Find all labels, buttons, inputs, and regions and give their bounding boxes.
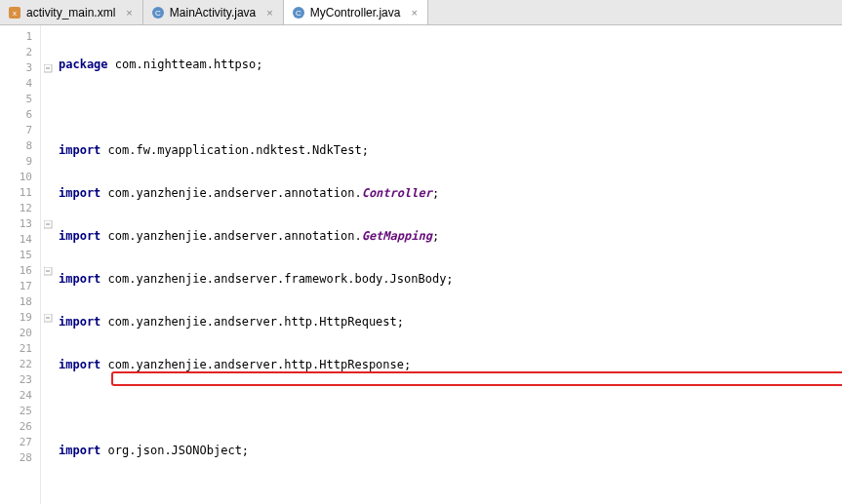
tab-label: activity_main.xml (26, 6, 115, 19)
line-number[interactable]: 24 (0, 388, 40, 404)
java-class-icon: C (292, 6, 305, 19)
gutter-markers (41, 25, 55, 504)
line-number[interactable]: 19 (0, 310, 40, 326)
line-number[interactable]: 6 (0, 107, 40, 123)
close-icon[interactable]: × (266, 7, 272, 19)
line-number[interactable]: 4 (0, 76, 40, 92)
close-icon[interactable]: × (126, 7, 132, 19)
line-number-gutter: 1 2 3 4 5 6 7 8 9 10 11 12 13 14 15 16 1… (0, 25, 41, 504)
tab-my-controller[interactable]: C MyController.java × (284, 0, 428, 24)
fold-icon[interactable] (41, 216, 55, 232)
xml-file-icon: x (8, 6, 21, 19)
code-line (55, 400, 842, 415)
fold-icon[interactable] (41, 263, 55, 279)
line-number[interactable]: 3 (0, 60, 40, 76)
svg-text:x: x (13, 9, 17, 18)
line-number[interactable]: 2 (0, 45, 40, 60)
line-number[interactable]: 5 (0, 92, 40, 107)
line-number[interactable]: 11 (0, 185, 40, 201)
line-number[interactable]: 17 (0, 279, 40, 294)
editor-area: 1 2 3 4 5 6 7 8 9 10 11 12 13 14 15 16 1… (0, 25, 842, 504)
code-line: import org.json.JSONObject; (55, 443, 842, 458)
code-line: import com.yanzhenjie.andserver.annotati… (55, 228, 842, 244)
line-number[interactable]: 27 (0, 435, 40, 450)
java-class-icon: C (151, 6, 165, 19)
highlight-box (111, 371, 842, 386)
code-line: import com.yanzhenjie.andserver.annotati… (55, 185, 842, 201)
code-line (55, 485, 842, 501)
code-line (55, 99, 842, 115)
code-line: import com.fw.myapplication.ndktest.NdkT… (55, 142, 842, 158)
line-number[interactable]: 13 (0, 216, 40, 232)
line-number[interactable]: 8 (0, 138, 40, 154)
close-icon[interactable]: × (411, 7, 417, 19)
svg-text:C: C (155, 9, 161, 18)
line-number[interactable]: 9 (0, 154, 40, 170)
fold-icon[interactable] (41, 60, 55, 76)
tab-label: MyController.java (310, 6, 401, 19)
line-number[interactable]: 20 (0, 326, 40, 341)
code-line: import com.yanzhenjie.andserver.http.Htt… (55, 314, 842, 330)
line-number[interactable]: 25 (0, 404, 40, 419)
code-line: package com.nightteam.httpso; (55, 57, 842, 72)
line-number[interactable]: 15 (0, 248, 40, 263)
tab-label: MainActivity.java (170, 6, 256, 19)
line-number[interactable]: 16 (0, 263, 40, 279)
line-number[interactable]: 7 (0, 123, 40, 138)
fold-icon[interactable] (41, 310, 55, 326)
code-editor[interactable]: package com.nightteam.httpso; import com… (55, 25, 842, 504)
editor-tabs: x activity_main.xml × C MainActivity.jav… (0, 0, 842, 25)
svg-text:C: C (296, 9, 301, 18)
code-line: import com.yanzhenjie.andserver.framewor… (55, 271, 842, 287)
line-number[interactable]: 1 (0, 29, 40, 45)
line-number[interactable]: 12 (0, 201, 40, 216)
line-number[interactable]: 18 (0, 294, 40, 310)
line-number[interactable]: 10 (0, 170, 40, 185)
line-number[interactable]: 22 (0, 357, 40, 372)
tab-main-activity[interactable]: C MainActivity.java × (143, 0, 284, 24)
line-number[interactable]: 26 (0, 419, 40, 435)
line-number[interactable]: 21 (0, 341, 40, 357)
line-number[interactable]: 23 (0, 372, 40, 388)
tab-activity-main[interactable]: x activity_main.xml × (0, 0, 143, 24)
line-number[interactable]: 14 (0, 232, 40, 248)
code-line: import com.yanzhenjie.andserver.http.Htt… (55, 357, 842, 372)
line-number[interactable]: 28 (0, 450, 40, 466)
